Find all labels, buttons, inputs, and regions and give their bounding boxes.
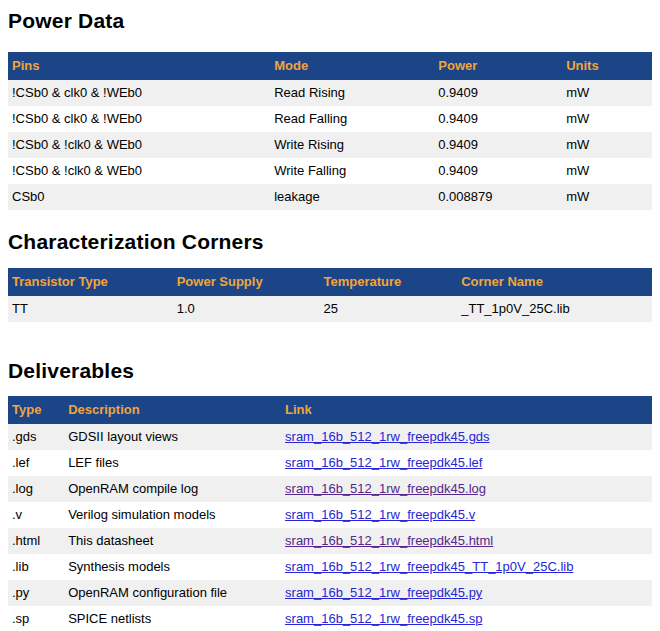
table-cell: .log xyxy=(8,476,64,502)
table-header-row: PinsModePowerUnits xyxy=(8,52,652,80)
table-row: .spSPICE netlistssram_16b_512_1rw_freepd… xyxy=(8,606,652,631)
table-cell: OpenRAM compile log xyxy=(64,476,281,502)
table-cell: .html xyxy=(8,528,64,554)
table-row: .vVerilog simulation modelssram_16b_512_… xyxy=(8,502,652,528)
deliverables-title: Deliverables xyxy=(8,358,652,383)
table-cell: .gds xyxy=(8,424,64,450)
table-cell: 0.008879 xyxy=(434,184,562,210)
table-cell: mW xyxy=(562,132,652,158)
column-header: Pins xyxy=(8,52,270,80)
table-row: !CSb0 & clk0 & !WEb0Read Falling0.9409mW xyxy=(8,106,652,132)
table-cell: 0.9409 xyxy=(434,158,562,184)
section-deliverables: Deliverables TypeDescriptionLink .gdsGDS… xyxy=(8,358,652,631)
column-header: Type xyxy=(8,396,64,424)
table-row: .gdsGDSII layout viewssram_16b_512_1rw_f… xyxy=(8,424,652,450)
column-header: Link xyxy=(281,396,652,424)
deliverable-file-link[interactable]: sram_16b_512_1rw_freepdk45.py xyxy=(285,585,482,600)
table-cell: CSb0 xyxy=(8,184,270,210)
table-row: CSb0leakage0.008879mW xyxy=(8,184,652,210)
table-row: .libSynthesis modelssram_16b_512_1rw_fre… xyxy=(8,554,652,580)
deliverable-file-link[interactable]: sram_16b_512_1rw_freepdk45.lef xyxy=(285,455,482,470)
table-cell: leakage xyxy=(270,184,434,210)
column-header: Mode xyxy=(270,52,434,80)
column-header: Power xyxy=(434,52,562,80)
table-header-row: TypeDescriptionLink xyxy=(8,396,652,424)
table-cell: !CSb0 & !clk0 & WEb0 xyxy=(8,132,270,158)
table-row: .pyOpenRAM configuration filesram_16b_51… xyxy=(8,580,652,606)
table-cell: This datasheet xyxy=(64,528,281,554)
table-row: TT1.025_TT_1p0V_25C.lib xyxy=(8,296,652,322)
table-cell: .v xyxy=(8,502,64,528)
table-row: .lefLEF filessram_16b_512_1rw_freepdk45.… xyxy=(8,450,652,476)
link-cell: sram_16b_512_1rw_freepdk45.html xyxy=(281,528,652,554)
table-cell: mW xyxy=(562,106,652,132)
table-cell: mW xyxy=(562,184,652,210)
table-cell: 0.9409 xyxy=(434,106,562,132)
table-header-row: Transistor TypePower SupplyTemperatureCo… xyxy=(8,268,652,296)
table-cell: Read Rising xyxy=(270,80,434,106)
deliverables-table: TypeDescriptionLink .gdsGDSII layout vie… xyxy=(8,396,652,631)
table-row: !CSb0 & !clk0 & WEb0Write Falling0.9409m… xyxy=(8,158,652,184)
column-header: Corner Name xyxy=(457,268,652,296)
column-header: Description xyxy=(64,396,281,424)
table-cell: SPICE netlists xyxy=(64,606,281,631)
section-power-data: Power Data PinsModePowerUnits !CSb0 & cl… xyxy=(8,8,652,210)
table-cell: Read Falling xyxy=(270,106,434,132)
table-cell: LEF files xyxy=(64,450,281,476)
table-cell: 0.9409 xyxy=(434,80,562,106)
table-row: .logOpenRAM compile logsram_16b_512_1rw_… xyxy=(8,476,652,502)
table-cell: mW xyxy=(562,80,652,106)
datasheet-page: Power Data PinsModePowerUnits !CSb0 & cl… xyxy=(8,8,652,631)
power-data-table: PinsModePowerUnits !CSb0 & clk0 & !WEb0R… xyxy=(8,52,652,210)
table-row: !CSb0 & clk0 & !WEb0Read Rising0.9409mW xyxy=(8,80,652,106)
characterization-corners-title: Characterization Corners xyxy=(8,229,652,254)
table-row: !CSb0 & !clk0 & WEb0Write Rising0.9409mW xyxy=(8,132,652,158)
table-cell: GDSII layout views xyxy=(64,424,281,450)
link-cell: sram_16b_512_1rw_freepdk45.gds xyxy=(281,424,652,450)
power-data-title: Power Data xyxy=(8,8,652,33)
column-header: Temperature xyxy=(320,268,458,296)
table-cell: 25 xyxy=(320,296,458,322)
column-header: Power Supply xyxy=(173,268,320,296)
deliverable-file-link[interactable]: sram_16b_512_1rw_freepdk45.sp xyxy=(285,611,482,626)
table-cell: !CSb0 & clk0 & !WEb0 xyxy=(8,80,270,106)
link-cell: sram_16b_512_1rw_freepdk45_TT_1p0V_25C.l… xyxy=(281,554,652,580)
deliverable-file-link[interactable]: sram_16b_512_1rw_freepdk45.v xyxy=(285,507,475,522)
table-cell: Verilog simulation models xyxy=(64,502,281,528)
table-cell: .lib xyxy=(8,554,64,580)
link-cell: sram_16b_512_1rw_freepdk45.log xyxy=(281,476,652,502)
column-header: Transistor Type xyxy=(8,268,173,296)
table-cell: mW xyxy=(562,158,652,184)
link-cell: sram_16b_512_1rw_freepdk45.py xyxy=(281,580,652,606)
table-cell: Synthesis models xyxy=(64,554,281,580)
table-cell: 0.9409 xyxy=(434,132,562,158)
link-cell: sram_16b_512_1rw_freepdk45.sp xyxy=(281,606,652,631)
table-cell: TT xyxy=(8,296,173,322)
deliverable-file-link[interactable]: sram_16b_512_1rw_freepdk45.gds xyxy=(285,429,490,444)
column-header: Units xyxy=(562,52,652,80)
table-cell: Write Rising xyxy=(270,132,434,158)
table-cell: .lef xyxy=(8,450,64,476)
table-cell: !CSb0 & clk0 & !WEb0 xyxy=(8,106,270,132)
table-cell: _TT_1p0V_25C.lib xyxy=(457,296,652,322)
table-cell: OpenRAM configuration file xyxy=(64,580,281,606)
table-cell: .py xyxy=(8,580,64,606)
table-cell: .sp xyxy=(8,606,64,631)
table-cell: Write Falling xyxy=(270,158,434,184)
deliverable-file-link[interactable]: sram_16b_512_1rw_freepdk45.log xyxy=(285,481,486,496)
table-row: .htmlThis datasheetsram_16b_512_1rw_free… xyxy=(8,528,652,554)
link-cell: sram_16b_512_1rw_freepdk45.v xyxy=(281,502,652,528)
table-cell: 1.0 xyxy=(173,296,320,322)
table-cell: !CSb0 & !clk0 & WEb0 xyxy=(8,158,270,184)
section-characterization-corners: Characterization Corners Transistor Type… xyxy=(8,229,652,322)
characterization-corners-table: Transistor TypePower SupplyTemperatureCo… xyxy=(8,268,652,322)
deliverable-file-link[interactable]: sram_16b_512_1rw_freepdk45.html xyxy=(285,533,493,548)
link-cell: sram_16b_512_1rw_freepdk45.lef xyxy=(281,450,652,476)
deliverable-file-link[interactable]: sram_16b_512_1rw_freepdk45_TT_1p0V_25C.l… xyxy=(285,559,573,574)
